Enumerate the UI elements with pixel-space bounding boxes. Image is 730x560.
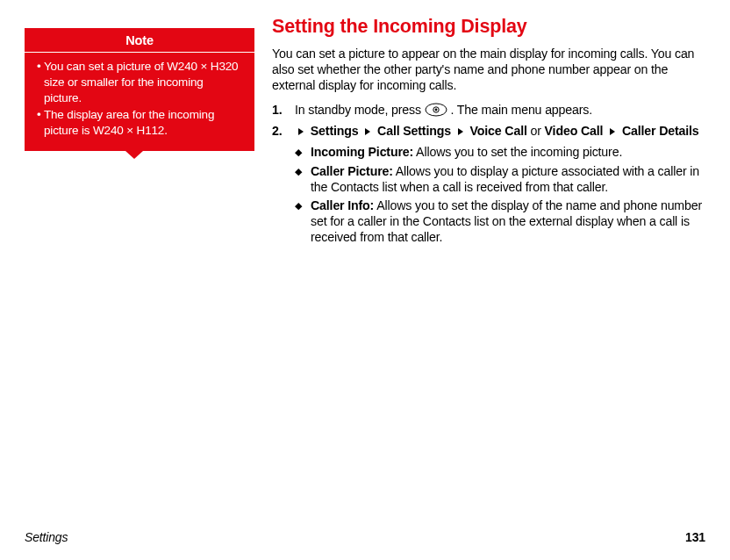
option-caller-info: Caller Info: Allows you to set the displ… (295, 197, 705, 246)
option-label: Caller Picture: (311, 164, 393, 178)
steps-list: 1. In standby mode, press . The main men… (272, 102, 705, 246)
note-item: You can set a picture of W240 × H320 siz… (35, 59, 244, 105)
option-caller-picture: Caller Picture: Allows you to display a … (295, 163, 705, 195)
nav-settings: Settings (311, 124, 359, 138)
center-key-icon (425, 103, 447, 117)
note-item: The display area for the incoming pictur… (35, 107, 244, 139)
step-1: 1. In standby mode, press . The main men… (272, 102, 705, 118)
arrow-icon (458, 128, 463, 135)
option-label: Incoming Picture: (311, 145, 413, 159)
svg-point-2 (434, 108, 437, 111)
nav-caller-details: Caller Details (622, 124, 699, 138)
step-2: 2. Settings Call Settings Voice Call or … (272, 123, 705, 245)
note-list: You can set a picture of W240 × H320 siz… (25, 53, 254, 151)
option-label: Caller Info: (311, 198, 374, 212)
footer-section: Settings (25, 530, 68, 544)
nav-video-call: Video Call (545, 124, 604, 138)
arrow-icon (610, 128, 615, 135)
step-number: 1. (272, 102, 283, 118)
nav-voice-call: Voice Call (470, 124, 527, 138)
sidebar: Note You can set a picture of W240 × H32… (25, 16, 254, 250)
main-content: Setting the Incoming Display You can set… (272, 16, 705, 250)
note-title: Note (25, 28, 254, 53)
nav-or: or (531, 124, 545, 138)
option-incoming-picture: Incoming Picture: Allows you to set the … (295, 144, 705, 160)
footer-page-number: 131 (685, 530, 705, 544)
intro-paragraph: You can set a picture to appear on the m… (272, 46, 705, 94)
note-box: Note You can set a picture of W240 × H32… (25, 28, 254, 151)
nav-call-settings: Call Settings (377, 124, 451, 138)
arrow-icon (298, 128, 304, 135)
page-heading: Setting the Incoming Display (272, 16, 705, 38)
arrow-icon (365, 128, 370, 135)
options-list: Incoming Picture: Allows you to set the … (295, 144, 705, 245)
note-notch (125, 151, 143, 159)
option-text: Allows you to set the incoming picture. (416, 145, 622, 159)
step-text-post: . The main menu appears. (451, 103, 593, 117)
step-text-pre: In standby mode, press (295, 103, 425, 117)
step-number: 2. (272, 123, 283, 139)
page-footer: Settings 131 (25, 530, 705, 544)
